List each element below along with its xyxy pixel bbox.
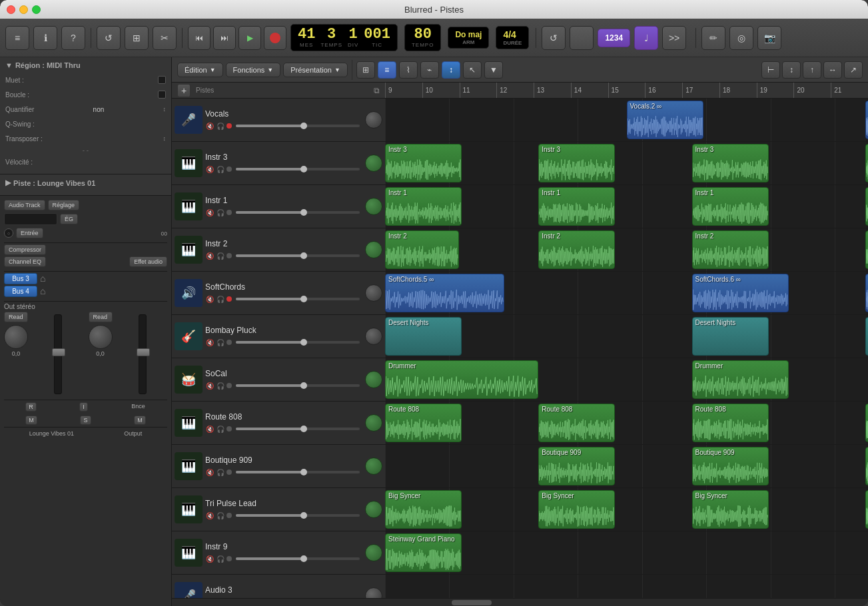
clip[interactable]: Rou — [865, 404, 868, 442]
mute-icon[interactable]: 🔇 — [205, 467, 215, 477]
track-volume-slider[interactable] — [236, 254, 360, 257]
record-dot[interactable] — [226, 123, 232, 129]
record-dot[interactable] — [226, 296, 232, 302]
fit-btn[interactable]: ⊢ — [761, 61, 780, 79]
track-pan-knob[interactable] — [365, 111, 382, 129]
clip[interactable]: Boutique 909 — [692, 447, 769, 485]
entree-btn[interactable]: Entrée — [16, 228, 43, 238]
track-volume-slider[interactable] — [236, 514, 360, 517]
clip[interactable]: Boutique 909 — [538, 447, 615, 485]
record-dot[interactable] — [226, 210, 232, 215]
lcd-button[interactable]: 1234 — [598, 29, 630, 47]
mute-checkbox[interactable] — [158, 76, 166, 84]
loop-checkbox[interactable] — [158, 91, 166, 99]
track-pan-knob[interactable] — [365, 457, 382, 475]
read1-btn[interactable]: Read — [4, 312, 28, 322]
headphone-icon[interactable]: 🎧 — [216, 338, 225, 347]
track-pan-knob[interactable] — [365, 414, 382, 432]
track-volume-slider[interactable] — [236, 168, 360, 170]
track-volume-slider[interactable] — [236, 341, 360, 344]
track-row[interactable]: 🔊 SoftChords 🔇 🎧 — [172, 272, 385, 315]
record-button[interactable] — [264, 26, 286, 50]
headphone-icon[interactable]: 🎧 — [216, 294, 225, 304]
track-pan-knob[interactable] — [365, 371, 382, 388]
track-row[interactable]: 🎹 Route 808 🔇 🎧 — [172, 402, 385, 445]
track-pan-knob[interactable] — [365, 328, 382, 345]
record-dot[interactable] — [226, 426, 232, 432]
rewind-button[interactable]: ⏮ — [188, 26, 211, 50]
info-button[interactable]: ℹ — [33, 26, 57, 50]
track-row[interactable]: 🎹 Tri Pulse Lead 🔇 🎧 — [172, 488, 385, 531]
mute-icon[interactable]: 🔇 — [205, 164, 215, 174]
m2-btn[interactable]: M — [134, 416, 146, 425]
clip[interactable]: Instr 3 — [385, 144, 462, 182]
track-pan-knob[interactable] — [365, 544, 382, 561]
mute-icon[interactable]: 🔇 — [205, 424, 215, 434]
track-pan-knob[interactable] — [365, 501, 382, 518]
list-view-btn[interactable]: ≡ — [378, 61, 396, 79]
clip[interactable]: Route 808 — [692, 404, 769, 442]
r-btn[interactable]: R — [25, 402, 37, 412]
resize-btn[interactable]: ↕ — [782, 61, 801, 79]
search-button[interactable]: ◎ — [729, 26, 753, 50]
track-volume-slider[interactable] — [236, 384, 360, 387]
play-button[interactable]: ▶ — [238, 26, 261, 50]
clip[interactable]: Inst — [865, 144, 868, 182]
cycle-button[interactable]: ↺ — [97, 26, 121, 50]
track-volume-slider[interactable] — [236, 211, 360, 214]
clip[interactable]: Des — [865, 317, 868, 356]
bus4-link[interactable]: ⌂ — [40, 286, 45, 297]
library-button[interactable]: ≡ — [5, 26, 29, 50]
record-dot[interactable] — [226, 340, 232, 345]
read2-btn[interactable]: Read — [89, 312, 113, 322]
channel-eq-btn[interactable]: Channel EQ — [4, 256, 46, 267]
effet-audio-btn[interactable]: Effet audio — [129, 256, 167, 267]
headphone-icon[interactable]: 🎧 — [216, 381, 225, 390]
track-pan-knob[interactable] — [365, 241, 382, 258]
clip[interactable]: Big Syncer — [538, 490, 615, 529]
vol1-knob[interactable] — [4, 325, 28, 349]
track-pan-knob[interactable] — [365, 154, 382, 172]
mute-icon[interactable]: 🔇 — [205, 381, 215, 390]
track-row[interactable]: 🎹 Instr 9 🔇 🎧 — [172, 531, 385, 575]
track-pan-knob[interactable] — [365, 198, 382, 215]
mute-icon[interactable]: 🔇 — [205, 251, 215, 260]
loop-btn[interactable]: ⌁ — [420, 61, 439, 79]
close-button[interactable] — [7, 5, 15, 14]
headphone-icon[interactable]: 🎧 — [216, 251, 225, 260]
fader2-thumb[interactable] — [137, 348, 150, 356]
clip[interactable]: Big Syncer — [692, 490, 769, 529]
clip[interactable]: Inst — [865, 230, 868, 269]
grid-view-btn[interactable]: ⊞ — [356, 61, 375, 79]
eg-btn[interactable]: ÉG — [60, 214, 78, 224]
pencil-button[interactable]: ✎ — [570, 26, 594, 50]
back-button[interactable]: ⏭ — [213, 26, 236, 50]
horizontal-scrollbar[interactable] — [172, 598, 868, 606]
track-row[interactable]: 🎸 Bombay Pluck 🔇 🎧 — [172, 315, 385, 358]
track-row[interactable]: 🎹 Instr 3 🔇 🎧 — [172, 142, 385, 185]
tempo-display[interactable]: 80 TEMPO — [404, 24, 441, 51]
headphone-icon[interactable]: 🎧 — [216, 164, 225, 174]
add-track-btn[interactable]: + — [177, 84, 191, 97]
clip[interactable]: Desert Nights — [692, 317, 769, 356]
compressor-btn[interactable]: Compressor — [4, 244, 46, 255]
time-sig-display[interactable]: 4/4 DURÉE — [496, 26, 529, 49]
headphone-icon[interactable]: 🎧 — [216, 467, 225, 477]
clip[interactable]: Route 808 — [538, 404, 615, 442]
s-btn[interactable]: S — [80, 416, 91, 425]
clip[interactable]: Instr 2 — [538, 230, 615, 269]
minimize-button[interactable] — [19, 5, 28, 14]
mute-icon[interactable]: 🔇 — [205, 208, 215, 217]
cycle2-button[interactable]: ↺ — [542, 26, 566, 50]
arrow-btn[interactable]: ↕ — [442, 61, 460, 79]
record-dot[interactable] — [226, 166, 232, 172]
clip[interactable]: Sof — [865, 274, 868, 312]
vol2-knob[interactable] — [89, 325, 113, 349]
record-dot[interactable] — [226, 556, 232, 561]
expand-btn[interactable]: ↔ — [823, 61, 842, 79]
i-btn[interactable]: I — [79, 402, 88, 412]
fader2[interactable] — [139, 314, 147, 394]
bus3-link[interactable]: ⌂ — [40, 273, 45, 284]
camera-button[interactable]: 📷 — [757, 26, 781, 50]
clip[interactable]: Route 808 — [385, 404, 462, 442]
